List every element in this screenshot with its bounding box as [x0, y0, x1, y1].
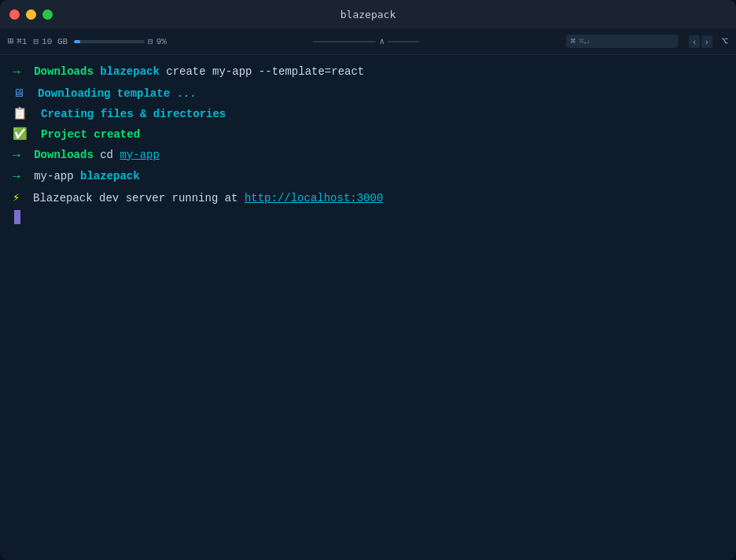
cursor: [14, 210, 20, 224]
maximize-button[interactable]: [42, 9, 53, 20]
search-icon: ⌘: [571, 36, 576, 46]
traffic-lights: [9, 9, 53, 20]
storage-info: ⊟ 10 GB: [33, 36, 68, 46]
window-title: blazepack: [340, 9, 396, 20]
disk-icon: ⊟: [148, 36, 153, 46]
terminal-line-2: 🖥 Downloading template ...: [13, 85, 723, 104]
progress-percent: 9%: [156, 37, 167, 46]
search-input[interactable]: [579, 36, 673, 46]
nav-arrows: ‹ ›: [689, 35, 712, 48]
tab-label: ⌘1: [17, 36, 27, 46]
tab-icon: ⊞: [8, 35, 13, 47]
line5-myapp: my-app: [120, 146, 159, 164]
toolbar: ⊞ ⌘1 ⊟ 10 GB ⊟ 9% ∧ ⌘ ‹ › ⌥: [0, 28, 736, 55]
line6-myapp: my-app: [34, 168, 80, 185]
check-icon: ✅: [13, 126, 35, 145]
tab-indicator: ⊞ ⌘1: [8, 35, 27, 47]
minimize-button[interactable]: [26, 9, 36, 20]
line1-command: create my-app --template=react: [166, 63, 364, 80]
arrow-icon-5: →: [13, 146, 28, 167]
progress-bar: [74, 40, 145, 43]
progress-container: ⊟ 9%: [74, 36, 167, 46]
terminal-window: blazepack ⊞ ⌘1 ⊟ 10 GB ⊟ 9% ∧ ⌘: [0, 0, 736, 560]
terminal-line-3: 📋 Creating files & directories: [13, 105, 723, 124]
line1-downloads: Downloads: [34, 63, 100, 80]
line1-blazepack: blazepack: [100, 63, 166, 80]
line3-text: Creating files & directories: [41, 105, 226, 123]
line2-text: Downloading template ...: [38, 85, 197, 102]
terminal-line-5: → Downloads cd my-app: [13, 146, 723, 167]
line7-server-text: Blazepack dev server running at: [33, 190, 245, 207]
split-icon[interactable]: ⌥: [722, 35, 728, 48]
title-bar: blazepack: [0, 0, 736, 28]
storage-icon: ⊟: [33, 36, 39, 46]
line6-blazepack: blazepack: [80, 168, 140, 185]
arrow-icon-1: →: [13, 63, 28, 83]
arrow-icon-6: →: [13, 168, 28, 188]
search-bar[interactable]: ⌘: [566, 35, 679, 48]
close-button[interactable]: [9, 9, 20, 20]
lightning-icon: ⚡: [13, 190, 27, 208]
terminal-cursor-line: [13, 210, 723, 224]
terminal-line-7: ⚡ Blazepack dev server running at http:/…: [13, 190, 723, 208]
download-icon: 🖥: [13, 85, 31, 104]
line4-project: Project created: [41, 126, 140, 143]
title-bar-center: blazepack: [340, 9, 396, 20]
terminal-line-6: → my-app blazepack: [13, 168, 723, 188]
progress-fill: [74, 40, 80, 43]
terminal-line-4: ✅ Project created: [13, 126, 723, 145]
file-icon: 📋: [13, 105, 35, 124]
nav-forward-button[interactable]: ›: [701, 35, 712, 48]
nav-back-button[interactable]: ‹: [689, 35, 700, 48]
line5-downloads: Downloads: [34, 146, 100, 164]
line7-localhost: http://localhost:3000: [245, 190, 383, 207]
terminal-line-1: → Downloads blazepack create my-app --te…: [13, 63, 723, 83]
storage-label: 10 GB: [42, 37, 68, 46]
line5-cd: cd: [100, 146, 120, 164]
terminal-body: → Downloads blazepack create my-app --te…: [0, 55, 736, 560]
